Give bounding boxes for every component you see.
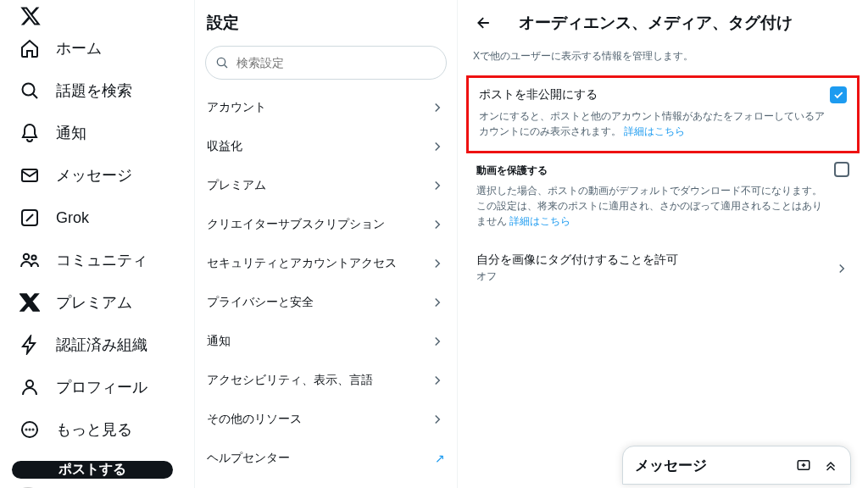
grok-icon (19, 207, 41, 229)
photo-tagging-row[interactable]: 自分を画像にタグ付けすることを許可 オフ (458, 241, 868, 296)
settings-row-1[interactable]: 収益化 (195, 127, 457, 166)
page-title: オーディエンス、メディア、タグ付け (519, 12, 793, 34)
protect-videos-checkbox[interactable] (834, 162, 849, 177)
nav-home[interactable]: ホーム (5, 29, 189, 68)
learn-more-link[interactable]: 詳細はこちら (509, 215, 570, 227)
nav-label: プレミアム (56, 292, 132, 313)
settings-row-label: ヘルプセンター (207, 451, 290, 466)
messages-dock[interactable]: メッセージ (622, 446, 851, 485)
settings-row-6[interactable]: 通知 (195, 322, 457, 361)
settings-row-3[interactable]: クリエイターサブスクリプション (195, 205, 457, 244)
nav-label: 認証済み組織 (56, 335, 147, 355)
detail-column: オーディエンス、メディア、タグ付け Xで他のユーザーに表示する情報を管理します。… (458, 0, 868, 488)
settings-row-7[interactable]: アクセシビリティ、表示、言語 (195, 361, 457, 400)
protect-posts-row: ポストを非公開にする オンにすると、ポストと他のアカウント情報があなたをフォロー… (466, 75, 860, 153)
nav-notifications[interactable]: 通知 (5, 114, 189, 152)
chevron-right-icon (430, 412, 445, 427)
home-icon (19, 37, 41, 59)
svg-point-5 (26, 380, 33, 387)
expand-dock-icon[interactable] (823, 458, 838, 473)
protect-posts-checkbox[interactable] (830, 86, 847, 103)
nav-more[interactable]: もっと見る (5, 410, 189, 449)
chevron-right-icon (430, 334, 445, 349)
person-icon (19, 376, 41, 398)
external-link-icon: ↗ (435, 452, 445, 465)
nav-profile[interactable]: プロフィール (5, 368, 189, 407)
settings-column: 設定 アカウント収益化プレミアムクリエイターサブスクリプションセキュリティとアカ… (195, 0, 458, 488)
bell-icon (19, 122, 41, 144)
nav-label: メッセージ (56, 165, 132, 186)
lightning-icon (19, 334, 41, 356)
nav-label: ホーム (56, 38, 102, 58)
search-icon (215, 56, 229, 69)
envelope-icon (19, 164, 41, 186)
nav-premium[interactable]: プレミアム (5, 283, 189, 322)
settings-row-0[interactable]: アカウント (195, 88, 457, 127)
chevron-right-icon (430, 373, 445, 388)
nav-messages[interactable]: メッセージ (5, 156, 189, 195)
learn-more-link[interactable]: 詳細はこちら (624, 125, 685, 137)
nav-label: 話題を検索 (56, 80, 132, 101)
chevron-right-icon (834, 261, 849, 276)
svg-point-11 (217, 58, 225, 65)
protect-posts-desc: オンにすると、ポストと他のアカウント情報があなたをフォローしているアカウントにの… (479, 108, 847, 139)
nav-label: 通知 (56, 123, 86, 143)
chevron-right-icon (430, 295, 445, 310)
settings-row-label: アクセシビリティ、表示、言語 (207, 373, 373, 388)
nav-grok[interactable]: Grok (5, 198, 189, 237)
protect-videos-title: 動画を保護する (476, 164, 849, 178)
protect-videos-desc: 選択した場合、ポストの動画がデフォルトでダウンロード不可になります。この設定は、… (476, 183, 849, 229)
settings-row-9[interactable]: ヘルプセンター↗ (195, 439, 457, 478)
nav-label: Grok (56, 209, 89, 227)
svg-point-8 (30, 430, 31, 430)
settings-row-5[interactable]: プライバシーと安全 (195, 283, 457, 322)
settings-row-label: プレミアム (207, 178, 266, 193)
settings-row-label: 収益化 (207, 139, 242, 154)
photo-tagging-value: オフ (476, 269, 678, 284)
settings-row-8[interactable]: その他のリソース (195, 400, 457, 439)
nav-explore[interactable]: 話題を検索 (5, 71, 189, 110)
people-icon (19, 249, 41, 271)
page-subtitle: Xで他のユーザーに表示する情報を管理します。 (458, 44, 868, 74)
svg-point-3 (24, 254, 29, 259)
post-button[interactable]: ポストする (12, 461, 173, 479)
search-icon (19, 80, 41, 102)
back-button[interactable] (470, 8, 498, 37)
settings-row-4[interactable]: セキュリティとアカウントアクセス (195, 244, 457, 283)
settings-search-input[interactable] (205, 46, 447, 80)
settings-row-label: プライバシーと安全 (207, 295, 314, 310)
more-circle-icon (19, 419, 41, 441)
messages-dock-title: メッセージ (635, 456, 707, 475)
settings-title: 設定 (195, 7, 457, 46)
nav-label: プロフィール (56, 377, 147, 397)
new-message-icon[interactable] (796, 458, 811, 473)
left-nav: ホーム 話題を検索 通知 メッセージ Grok コミュニティ プレミアム 認証 (0, 0, 195, 488)
chevron-right-icon (430, 178, 445, 193)
nav-communities[interactable]: コミュニティ (5, 241, 189, 280)
chevron-right-icon (430, 100, 445, 115)
svg-point-9 (33, 430, 34, 430)
settings-row-label: 通知 (207, 334, 231, 349)
settings-row-2[interactable]: プレミアム (195, 166, 457, 205)
protect-posts-title: ポストを非公開にする (479, 87, 598, 103)
svg-point-7 (26, 430, 27, 430)
chevron-right-icon (430, 139, 445, 154)
chevron-right-icon (430, 256, 445, 271)
nav-label: もっと見る (56, 419, 132, 440)
settings-row-label: クリエイターサブスクリプション (207, 217, 385, 232)
x-icon (19, 291, 41, 313)
settings-row-label: アカウント (207, 100, 266, 115)
nav-label: コミュニティ (56, 250, 147, 270)
protect-videos-row: 動画を保護する 選択した場合、ポストの動画がデフォルトでダウンロード不可になりま… (458, 157, 868, 241)
account-switcher[interactable]: … (0, 479, 194, 488)
nav-verified-orgs[interactable]: 認証済み組織 (5, 325, 189, 364)
settings-row-label: その他のリソース (207, 412, 302, 427)
svg-point-4 (31, 255, 36, 259)
chevron-right-icon (430, 217, 445, 232)
photo-tagging-title: 自分を画像にタグ付けすることを許可 (476, 252, 678, 268)
x-logo[interactable] (10, 5, 51, 27)
svg-point-0 (23, 84, 35, 96)
settings-row-label: セキュリティとアカウントアクセス (207, 256, 397, 271)
